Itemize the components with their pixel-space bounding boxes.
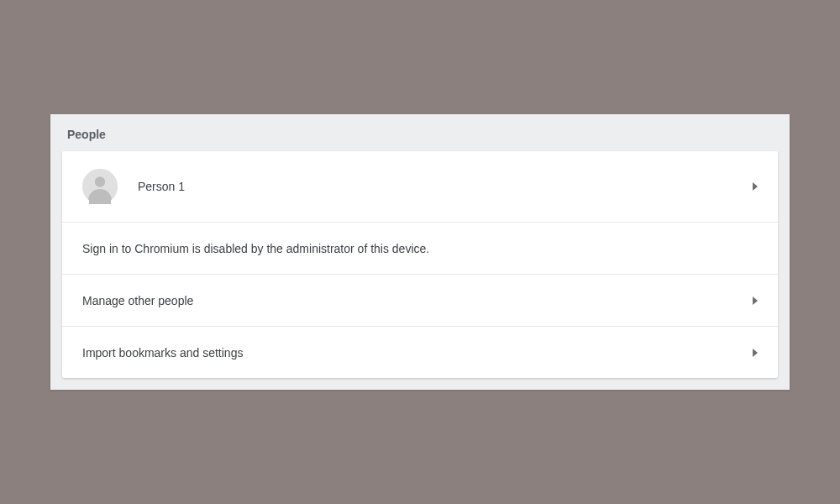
svg-point-4 xyxy=(95,177,105,187)
signin-notice-text: Sign in to Chromium is disabled by the a… xyxy=(82,242,429,255)
avatar-icon xyxy=(82,169,118,204)
people-card: Person 1 Sign in to Chromium is disabled… xyxy=(62,151,778,378)
profile-name: Person 1 xyxy=(138,180,743,193)
chevron-right-icon xyxy=(753,297,758,305)
signin-notice-row: Sign in to Chromium is disabled by the a… xyxy=(62,222,778,274)
import-bookmarks-label: Import bookmarks and settings xyxy=(82,346,743,360)
import-bookmarks-row[interactable]: Import bookmarks and settings xyxy=(62,326,778,378)
people-section: People Person 1 xyxy=(50,114,790,390)
manage-people-row[interactable]: Manage other people xyxy=(62,274,778,326)
section-title: People xyxy=(62,126,778,151)
chevron-right-icon xyxy=(753,182,758,191)
profile-row[interactable]: Person 1 xyxy=(62,151,778,222)
chevron-right-icon xyxy=(753,349,758,357)
manage-people-label: Manage other people xyxy=(82,294,743,307)
